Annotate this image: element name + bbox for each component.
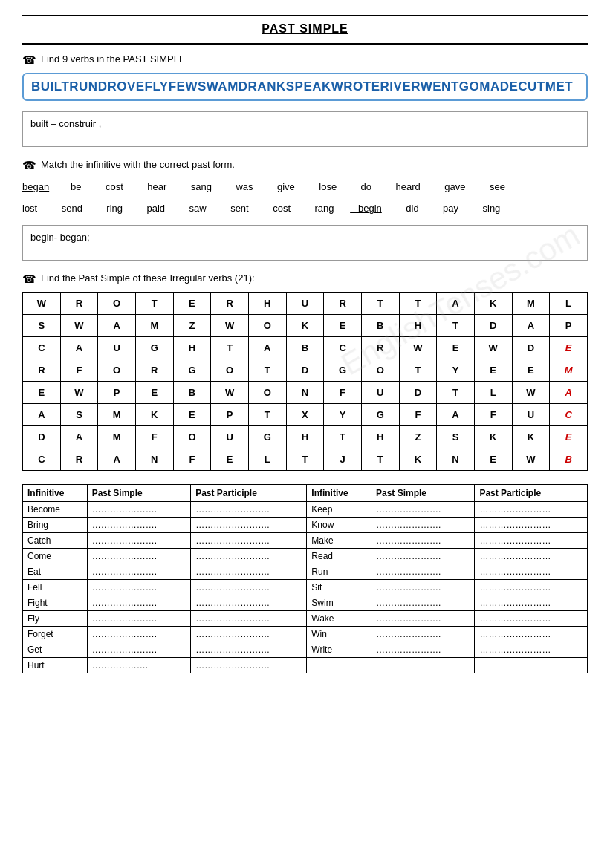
cell-3-11: Y: [437, 359, 475, 381]
verb-row-0-col-4: ………………….: [371, 501, 474, 517]
verb-row-1-col-0: Bring: [23, 517, 88, 532]
verb-row-7-col-4: ………………….: [371, 610, 474, 626]
word-see: see: [481, 181, 505, 192]
cell-3-10: T: [399, 359, 437, 381]
cell-2-10: W: [399, 336, 437, 359]
cell-4-14: A: [550, 381, 588, 403]
word-pay: pay: [435, 203, 458, 214]
cell-5-3: K: [135, 403, 173, 425]
cell-0-7: U: [286, 292, 324, 314]
verb-row-9-col-1: ………………….: [87, 642, 190, 657]
verb-row-8-col-1: ………………….: [87, 626, 190, 642]
phone-icon3: ☎: [22, 273, 36, 286]
verb-row-5-col-5: ……………………: [475, 579, 588, 595]
verb-row-3-col-0: Come: [23, 548, 88, 564]
cell-0-10: T: [399, 292, 437, 314]
word-paid: paid: [139, 203, 165, 214]
textbox1: built – construir ,: [22, 111, 588, 147]
cell-1-2: A: [98, 314, 136, 336]
verb-row-6-col-5: ……………………: [475, 595, 588, 610]
cell-1-13: A: [512, 314, 550, 336]
verb-row-4-col-5: ……………………: [475, 564, 588, 579]
verb-row-6-col-4: ………………….: [371, 595, 474, 610]
word-be: be: [65, 181, 82, 192]
cell-2-1: A: [60, 336, 98, 359]
verb-row-10-col-0: Hurt: [23, 657, 88, 673]
cell-1-11: T: [437, 314, 475, 336]
verb-row-9-col-3: Write: [307, 642, 371, 657]
cell-7-5: E: [211, 448, 249, 470]
verb-row-1-col-4: ………………….: [371, 517, 474, 532]
cell-4-0: E: [23, 381, 61, 403]
page-title: PAST SIMPLE: [22, 22, 588, 36]
cell-3-6: T: [248, 359, 286, 381]
cell-3-14: M: [550, 359, 588, 381]
verb-row-2-col-0: Catch: [23, 532, 88, 548]
phone-icon1: ☎: [22, 53, 36, 67]
cell-6-13: K: [512, 425, 550, 448]
word-saw: saw: [181, 203, 207, 214]
instruction3-text: Find the Past Simple of these Irregular …: [41, 273, 255, 284]
word-strip: BUILTRUNDROVEFLYFEWSWAMDRANKSPEAKWROTERI…: [22, 73, 588, 101]
verb-row-5-col-3: Sit: [307, 579, 371, 595]
cell-4-1: W: [60, 381, 98, 403]
cell-5-5: P: [211, 403, 249, 425]
cell-5-8: Y: [324, 403, 362, 425]
verb-row-10-col-2: …………………….: [191, 657, 307, 673]
word-gave: gave: [436, 181, 465, 192]
verb-row-10-col-1: ……………….: [87, 657, 190, 673]
verb-row-2-col-1: ………………….: [87, 532, 190, 548]
cell-0-4: E: [173, 292, 211, 314]
verb-row-1-col-3: Know: [307, 517, 371, 532]
verb-row-1-col-5: ……………………: [475, 517, 588, 532]
section2-instruction: ☎ Match the infinitive with the correct …: [22, 159, 588, 172]
cell-0-11: A: [437, 292, 475, 314]
instruction2-text: Match the infinitive with the correct pa…: [41, 159, 235, 170]
cell-2-3: G: [135, 336, 173, 359]
cell-6-9: H: [361, 425, 399, 448]
cell-5-6: T: [248, 403, 286, 425]
verb-row-4-col-2: …………………….: [191, 564, 307, 579]
cell-0-5: R: [211, 292, 249, 314]
cell-3-1: F: [60, 359, 98, 381]
cell-2-11: E: [437, 336, 475, 359]
word-did: did: [398, 203, 418, 214]
cell-3-0: R: [23, 359, 61, 381]
cell-7-12: E: [474, 448, 512, 470]
col-infinitive2: Infinitive: [307, 484, 371, 501]
word-began-underlined: began: [22, 181, 49, 192]
verb-row-0-col-2: …………………….: [191, 501, 307, 517]
cell-1-14: P: [550, 314, 588, 336]
phone-icon2: ☎: [22, 159, 36, 172]
cell-1-7: K: [286, 314, 324, 336]
section1-instruction: ☎ Find 9 verbs in the PAST SIMPLE: [22, 53, 588, 67]
cell-5-14: C: [550, 403, 588, 425]
cell-2-14: E: [550, 336, 588, 359]
verb-row-7-col-5: ……………………: [475, 610, 588, 626]
cell-5-2: M: [98, 403, 136, 425]
cell-0-12: K: [474, 292, 512, 314]
verb-row-5-col-1: ………………….: [87, 579, 190, 595]
cell-6-5: U: [211, 425, 249, 448]
verb-row-5-col-4: ………………….: [371, 579, 474, 595]
cell-1-1: W: [60, 314, 98, 336]
cell-7-8: J: [324, 448, 362, 470]
verb-row-2-col-3: Make: [307, 532, 371, 548]
cell-3-9: O: [361, 359, 399, 381]
verb-row-3-col-4: ………………….: [371, 548, 474, 564]
verb-row-7-col-0: Fly: [23, 610, 88, 626]
word-give: give: [269, 181, 295, 192]
cell-4-8: F: [324, 381, 362, 403]
cell-7-1: R: [60, 448, 98, 470]
verb-row-10-col-4: [371, 657, 474, 673]
cell-3-7: D: [286, 359, 324, 381]
cell-0-1: R: [60, 292, 98, 314]
cell-3-8: G: [324, 359, 362, 381]
cell-4-6: O: [248, 381, 286, 403]
word-sent: sent: [222, 203, 248, 214]
word-hear: hear: [139, 181, 166, 192]
cell-6-14: E: [550, 425, 588, 448]
cell-4-10: D: [399, 381, 437, 403]
cell-6-12: K: [474, 425, 512, 448]
verb-row-10-col-3: [307, 657, 371, 673]
